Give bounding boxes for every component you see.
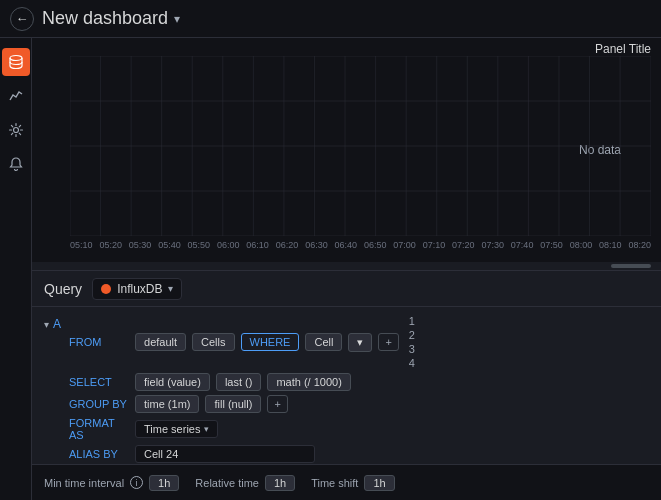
select-last-pill[interactable]: last () xyxy=(216,373,262,391)
from-add-button[interactable]: + xyxy=(378,333,398,351)
x-label: 06:20 xyxy=(276,240,299,250)
section-a: ▾ A FROM default Cells WHERE Cell ▾ + xyxy=(44,315,649,463)
group-by-label: GROUP BY xyxy=(69,398,129,410)
x-label: 05:40 xyxy=(158,240,181,250)
time-shift-value: 1h xyxy=(364,475,394,491)
num-4: 4 xyxy=(409,357,415,369)
alias-by-input[interactable] xyxy=(135,445,315,463)
min-time-value: 1h xyxy=(149,475,179,491)
datasource-chevron-icon: ▾ xyxy=(168,283,173,294)
num-1: 1 xyxy=(409,315,415,327)
x-label: 05:50 xyxy=(188,240,211,250)
datasource-select[interactable]: InfluxDB ▾ xyxy=(92,278,182,300)
svg-point-0 xyxy=(10,56,22,61)
x-label: 07:20 xyxy=(452,240,475,250)
sidebar-icon-gear[interactable] xyxy=(2,116,30,144)
num-2: 2 xyxy=(409,329,415,341)
x-label: 06:00 xyxy=(217,240,240,250)
from-row: FROM default Cells WHERE Cell ▾ + 1 2 3 xyxy=(69,315,649,369)
from-cells-pill[interactable]: Cells xyxy=(192,333,234,351)
where-arrow-pill[interactable]: ▾ xyxy=(348,333,372,352)
title-chevron-icon[interactable]: ▾ xyxy=(174,12,180,26)
format-select[interactable]: Time series ▾ xyxy=(135,420,218,438)
x-label: 05:30 xyxy=(129,240,152,250)
x-label: 06:10 xyxy=(246,240,269,250)
time-shift-item: Time shift 1h xyxy=(311,475,395,491)
select-row: SELECT field (value) last () math (/ 100… xyxy=(69,373,649,391)
select-field-pill[interactable]: field (value) xyxy=(135,373,210,391)
svg-point-1 xyxy=(13,128,18,133)
sidebar-icon-bell[interactable] xyxy=(2,150,30,178)
group-add-button[interactable]: + xyxy=(267,395,287,413)
section-a-label: ▾ A xyxy=(44,315,61,331)
chart-scrollbar[interactable] xyxy=(32,262,661,270)
influxdb-dot xyxy=(101,284,111,294)
where-label-pill: WHERE xyxy=(241,333,300,351)
chart-wrapper: Panel Title No data 1.0 0.5 0 -0.5 -1.0 xyxy=(32,38,661,262)
footer: Min time interval i 1h Relative time 1h … xyxy=(32,464,661,500)
relative-time-label: Relative time xyxy=(195,477,259,489)
section-chevron-icon[interactable]: ▾ xyxy=(44,319,49,330)
x-label: 08:10 xyxy=(599,240,622,250)
x-label: 07:00 xyxy=(393,240,416,250)
alias-by-row: ALIAS BY xyxy=(69,445,649,463)
min-time-interval-item: Min time interval i 1h xyxy=(44,475,179,491)
chart-grid-svg xyxy=(70,56,651,236)
sidebar-icon-chart[interactable] xyxy=(2,82,30,110)
alias-by-label: ALIAS BY xyxy=(69,448,129,460)
format-as-row: FORMAT AS Time series ▾ xyxy=(69,417,649,441)
x-label: 07:40 xyxy=(511,240,534,250)
select-math-pill[interactable]: math (/ 1000) xyxy=(267,373,350,391)
query-header: Query InfluxDB ▾ xyxy=(32,271,661,307)
main-content: Panel Title No data 1.0 0.5 0 -0.5 -1.0 xyxy=(0,38,661,500)
query-body: ▾ A FROM default Cells WHERE Cell ▾ + xyxy=(32,307,661,464)
query-label: Query xyxy=(44,281,82,297)
chart-container: Panel Title No data 1.0 0.5 0 -0.5 -1.0 xyxy=(32,38,661,500)
format-value: Time series xyxy=(144,423,200,435)
x-label: 07:10 xyxy=(423,240,446,250)
group-fill-pill[interactable]: fill (null) xyxy=(205,395,261,413)
x-label: 08:20 xyxy=(628,240,651,250)
group-time-pill[interactable]: time (1m) xyxy=(135,395,199,413)
dashboard-title: New dashboard xyxy=(42,8,168,29)
x-axis: 05:10 05:20 05:30 05:40 05:50 06:00 06:1… xyxy=(70,236,651,262)
x-label: 05:10 xyxy=(70,240,93,250)
num-3: 3 xyxy=(409,343,415,355)
x-label: 05:20 xyxy=(99,240,122,250)
from-default-pill[interactable]: default xyxy=(135,333,186,351)
min-time-info-icon[interactable]: i xyxy=(130,476,143,489)
group-by-row: GROUP BY time (1m) fill (null) + xyxy=(69,395,649,413)
sidebar xyxy=(0,38,32,500)
relative-time-item: Relative time 1h xyxy=(195,475,295,491)
header: ← New dashboard ▾ xyxy=(0,0,661,38)
x-label: 08:00 xyxy=(570,240,593,250)
back-button[interactable]: ← xyxy=(10,7,34,31)
x-label: 06:50 xyxy=(364,240,387,250)
min-time-label: Min time interval xyxy=(44,477,124,489)
panel-title: Panel Title xyxy=(595,42,651,56)
x-label: 07:50 xyxy=(540,240,563,250)
x-label: 06:40 xyxy=(335,240,358,250)
select-label: SELECT xyxy=(69,376,129,388)
x-label: 07:30 xyxy=(481,240,504,250)
time-shift-label: Time shift xyxy=(311,477,358,489)
where-cell-pill[interactable]: Cell xyxy=(305,333,342,351)
bottom-panel: Query InfluxDB ▾ ▾ A F xyxy=(32,270,661,500)
format-as-label: FORMAT AS xyxy=(69,417,129,441)
format-chevron-icon: ▾ xyxy=(204,424,209,434)
from-label: FROM xyxy=(69,336,129,348)
number-list: 1 2 3 4 xyxy=(409,315,415,369)
query-fields: FROM default Cells WHERE Cell ▾ + 1 2 3 xyxy=(69,315,649,463)
x-label: 06:30 xyxy=(305,240,328,250)
relative-time-value: 1h xyxy=(265,475,295,491)
sidebar-icon-database[interactable] xyxy=(2,48,30,76)
scrollbar-thumb[interactable] xyxy=(611,264,651,268)
datasource-label: InfluxDB xyxy=(117,282,162,296)
